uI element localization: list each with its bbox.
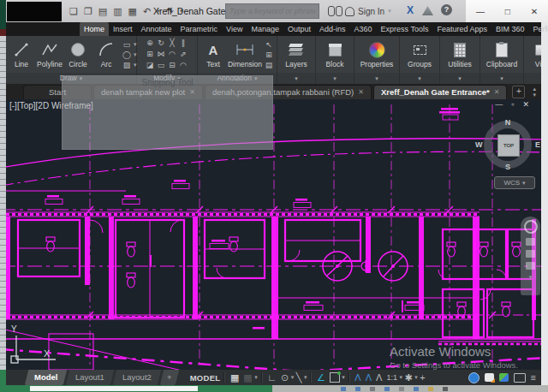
array-icon[interactable]: ⊟ [167,60,177,69]
polar-caret-icon[interactable]: ▾ [291,374,295,381]
mirror-icon[interactable]: ⋈ [156,49,166,58]
navigation-wheel-icon[interactable] [524,220,538,234]
offset-icon[interactable]: ∥ [178,38,188,47]
grid-display-icon[interactable]: ▦ [230,370,239,385]
tab-parametric[interactable]: Parametric [176,22,223,36]
isoplane-icon[interactable]: ╲ [296,370,302,385]
new-drawing-button[interactable]: + [512,86,525,98]
close-tab-icon[interactable]: ✕ [494,86,500,99]
circle-button[interactable]: Circle [65,40,91,68]
view-button[interactable]: View [530,40,541,68]
doc-close-button[interactable]: ✕ [522,100,529,109]
navigation-bar[interactable]: ▾ [521,217,540,295]
fillet-icon[interactable]: ◠ [167,49,177,58]
markup-icon[interactable]: ▤ [264,60,274,69]
tab-a360[interactable]: A360 [350,22,377,36]
text-button[interactable]: A Text [200,40,226,68]
pan-icon[interactable] [526,238,535,246]
search-input[interactable] [226,7,319,15]
orbit-icon[interactable] [526,262,535,270]
block-button[interactable]: Block [322,40,348,68]
tab-featured-apps[interactable]: Featured Apps [432,22,491,36]
sign-in-button[interactable]: Sign In ▾ [345,0,391,22]
minimize-button[interactable]: — [476,7,485,16]
copy-icon[interactable]: ⊞ [145,49,155,58]
application-menu-button[interactable] [7,2,62,21]
viewcube-south[interactable]: S [505,163,510,171]
close-button[interactable]: ✕ [531,7,538,16]
viewcube[interactable]: N S W E TOP [484,121,532,169]
wcs-selector[interactable]: WCS▾ [494,176,535,189]
help-search-box[interactable] [225,3,319,19]
doc-restore-button[interactable]: ▫ [511,100,514,109]
close-tab-icon[interactable]: ✕ [358,86,364,99]
zoom-icon[interactable] [526,250,535,258]
tab-addins[interactable]: Add-ins [315,22,350,36]
doc-minimize-button[interactable]: — [495,100,503,109]
stretch-icon[interactable]: ⇗ [178,49,188,58]
navbar-caret-icon[interactable]: ▾ [529,274,533,281]
clipboard-panel-expander[interactable]: ▾ [480,73,523,84]
annotation-scale-icon[interactable]: Λ [376,370,382,385]
dimension-button[interactable]: Dimension [229,40,261,68]
scale-value[interactable]: 1:1 [386,370,397,385]
open-icon[interactable]: ❐ [84,6,92,17]
hardware-acceleration-icon[interactable] [499,373,509,382]
tab-bim360[interactable]: BIM 360 [491,22,529,36]
leader-icon[interactable]: ↖ [264,39,274,49]
clean-screen-icon[interactable] [514,373,526,383]
arc-button[interactable]: Arc [93,40,119,68]
utilities-panel-expander[interactable]: ▾ [440,73,480,84]
isolate-objects-icon[interactable] [485,373,494,382]
tab-output[interactable]: Output [283,22,315,36]
a360-icon[interactable] [422,6,433,15]
tab-express-tools[interactable]: Express Tools [377,22,433,36]
layout-tab-layout1[interactable]: Layout1 [66,370,114,385]
workspace-gear-icon[interactable]: ✱ [404,370,412,385]
tab-annotate[interactable]: Annotate [137,22,176,36]
viewcube-west[interactable]: W [475,140,483,149]
rectangle-icon[interactable]: ▭ [122,39,132,49]
maximize-button[interactable]: □ [505,7,510,16]
tab-performance[interactable]: Performance [528,22,548,36]
snap-mode-icon[interactable]: ▦ [243,370,252,385]
snipping-tool-overlay[interactable]: Snipping Tool [62,75,273,150]
save-as-icon[interactable]: ▥ [113,6,122,17]
customization-icon[interactable]: ≡ [531,370,536,385]
file-tab-xreff-denah-gate[interactable]: Xreff_Denah Gate Entrance* ✕ [373,85,507,99]
layout-tab-model[interactable]: Model [25,370,68,385]
sign-in-caret-icon[interactable]: ▾ [388,8,391,15]
utilities-button[interactable]: Utilities [446,40,473,68]
viewcube-top-face[interactable]: TOP [497,134,520,157]
groups-panel-expander[interactable]: ▾ [400,73,439,84]
scale-icon[interactable]: ▭ [156,60,166,69]
layout-tab-layout2[interactable]: Layout2 [113,370,161,385]
ellipse-icon[interactable]: ◯ [122,50,132,59]
line-button[interactable]: Line [9,40,34,68]
tab-view[interactable]: View [222,22,247,36]
rotate-icon[interactable]: ↻ [156,38,166,47]
hatch-icon[interactable]: ▨ [122,60,132,69]
view-panel-expander[interactable]: ▾ [524,73,541,84]
table-icon[interactable]: ⊞ [264,50,274,59]
model-space-toggle[interactable]: MODEL [190,373,221,383]
groups-button[interactable]: Groups [406,40,433,68]
performance-icon[interactable] [468,372,480,383]
object-snap-icon[interactable] [330,372,340,383]
properties-button[interactable]: Properties [359,40,396,68]
tab-home[interactable]: Home [80,22,109,36]
new-icon[interactable]: ❏ [69,6,78,17]
viewcube-east[interactable]: E [535,140,540,149]
layers-panel-expander[interactable]: ▾ [277,73,315,84]
clipboard-button[interactable]: Clipboard [485,40,519,68]
save-icon[interactable]: ▤ [98,6,107,17]
new-layout-button[interactable]: + [160,370,179,385]
print-icon[interactable]: ▦ [128,6,137,17]
ribbon-toggle-icon[interactable]: ▴▾ [533,86,536,98]
search-icon[interactable] [328,6,342,16]
autoscale-icon[interactable]: Λ [366,370,372,385]
undo-icon[interactable]: ↶ [143,6,151,17]
scale-caret-icon[interactable]: ▾ [399,374,402,381]
trim-icon[interactable]: ╳ [167,38,177,47]
tab-insert[interactable]: Insert [109,22,137,36]
